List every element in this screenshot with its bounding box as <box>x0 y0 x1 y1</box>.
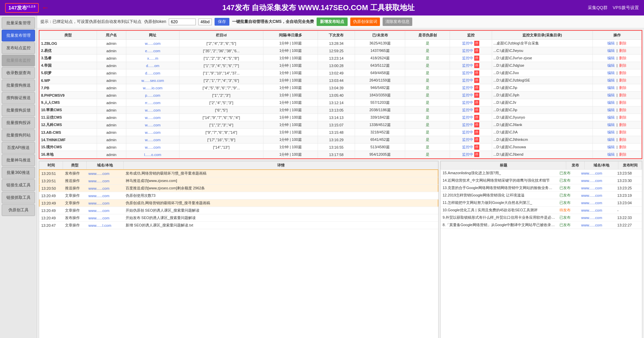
sidebar-btn-10[interactable]: 百度API推送 <box>2 142 35 154</box>
cell-next: 13:16:29 <box>318 136 355 144</box>
clear-button[interactable]: 清除发布信息 <box>383 18 412 26</box>
monitor-stop-btn[interactable]: 停 <box>474 145 479 150</box>
monitor-stop-btn[interactable]: 停 <box>474 56 479 61</box>
sidebar-btn-13[interactable]: 链接生成工具 <box>2 179 35 191</box>
cell-cid: ["1","3","4","5","6","7"] <box>180 62 263 69</box>
edit-link[interactable]: 编辑 <box>607 145 615 149</box>
delete-link[interactable]: 删除 <box>619 152 626 156</box>
delete-link[interactable]: 删除 <box>619 41 626 45</box>
sidebar-btn-7[interactable]: 批量搜狗反馈 <box>2 104 35 116</box>
delete-link[interactable]: 删除 <box>619 93 626 97</box>
sidebar-btn-4[interactable]: 收录数据查询 <box>2 67 35 79</box>
delete-link[interactable]: 删除 <box>619 86 626 90</box>
monitor-stop-btn[interactable]: 停 <box>474 78 479 83</box>
edit-link[interactable]: 编辑 <box>607 86 615 90</box>
monitor-link[interactable]: 监控中 <box>462 63 473 68</box>
monitor-stop-btn[interactable]: 停 <box>474 107 479 113</box>
monitor-stop-btn[interactable]: 停 <box>474 85 479 90</box>
delete-link[interactable]: 删除 <box>619 130 626 134</box>
sidebar-btn-15[interactable]: 伪原创工具 <box>2 204 35 216</box>
monitor-link[interactable]: 监控中 <box>462 41 473 46</box>
monitor-link[interactable]: 监控中 <box>462 48 473 53</box>
monitor-stop-btn[interactable]: 停 <box>474 41 479 46</box>
sidebar-btn-12[interactable]: 批量360推送 <box>2 167 35 179</box>
delete-link[interactable]: 删除 <box>619 137 626 142</box>
sidebar-btn-0[interactable]: 批量采集管理 <box>2 17 35 29</box>
monitor-link[interactable]: 监控中 <box>462 152 473 157</box>
edit-link[interactable]: 编辑 <box>607 56 615 60</box>
cell-ops: 编辑 | 删除 <box>592 84 641 92</box>
monitor-stop-btn[interactable]: 停 <box>474 130 479 135</box>
delete-link[interactable]: 删除 <box>619 78 626 82</box>
edit-link[interactable]: 编辑 <box>607 71 615 75</box>
edit-link[interactable]: 编辑 <box>607 93 615 97</box>
delete-link[interactable]: 删除 <box>619 108 626 112</box>
edit-link[interactable]: 编辑 <box>607 78 615 82</box>
sidebar-btn-11[interactable]: 批量神马推送 <box>2 154 35 166</box>
monitor-link[interactable]: 监控中 <box>462 122 473 127</box>
delete-link[interactable]: 删除 <box>619 63 626 67</box>
edit-link[interactable]: 编辑 <box>607 41 615 45</box>
monitor-link[interactable]: 监控中 <box>462 107 473 113</box>
edit-link[interactable]: 编辑 <box>607 123 615 127</box>
cell-next: 13:03:44 <box>318 77 355 84</box>
monitor-link[interactable]: 监控中 <box>462 145 473 150</box>
edit-link[interactable]: 编辑 <box>607 152 615 156</box>
pseudo-button[interactable]: 伪原创保留词 <box>350 18 380 26</box>
edit-link[interactable]: 编辑 <box>607 63 615 67</box>
edit-link[interactable]: 编辑 <box>607 137 615 142</box>
delete-link[interactable]: 删除 <box>619 100 626 104</box>
monitor-stop-btn[interactable]: 停 <box>474 93 479 98</box>
cell-dir: ...D:\桌面\CJ\p <box>492 106 592 114</box>
delete-link[interactable]: 删除 <box>619 123 626 127</box>
qq-group-link[interactable]: 采集QQ群 <box>588 5 608 11</box>
sidebar-btn-14[interactable]: 链接抓取工具 <box>2 192 35 204</box>
vps-setting-link[interactable]: VPS拨号设置 <box>613 5 639 11</box>
sidebar-btn-9[interactable]: 批量搜狗邦站 <box>2 129 35 141</box>
save-button[interactable]: 保存 <box>215 18 229 26</box>
new-site-button[interactable]: 新增发布站点 <box>317 18 348 26</box>
monitor-link[interactable]: 监控中 <box>462 56 473 61</box>
monitor-stop-btn[interactable]: 停 <box>474 152 479 157</box>
monitor-link[interactable]: 监控中 <box>462 93 473 98</box>
monitor-stop-btn[interactable]: 停 <box>474 137 479 142</box>
monitor-stop-btn[interactable]: 停 <box>474 48 479 53</box>
pub-domain: www......com <box>579 214 615 221</box>
header-logo: 147发布v1.2.5 ← <box>5 3 49 13</box>
token-input[interactable] <box>169 19 196 25</box>
monitor-stop-btn[interactable]: 停 <box>474 122 479 127</box>
monitor-stop-btn[interactable]: 停 <box>474 63 479 68</box>
cell-ops: 编辑 | 删除 <box>592 99 641 106</box>
cell-ops: 编辑 | 删除 <box>592 47 641 55</box>
edit-link[interactable]: 编辑 <box>607 100 615 104</box>
delete-link[interactable]: 删除 <box>619 56 626 60</box>
sidebar-btn-5[interactable]: 批量搜狗推送 <box>2 80 35 91</box>
sidebar-btn-6[interactable]: 搜狗验证推送 <box>2 92 35 104</box>
delete-link[interactable]: 删除 <box>619 145 626 149</box>
monitor-link[interactable]: 监控中 <box>462 137 473 142</box>
edit-link[interactable]: 编辑 <box>607 49 615 53</box>
monitor-link[interactable]: 监控中 <box>462 115 473 120</box>
sidebar-btn-1[interactable]: 批量发布管理 <box>2 30 35 41</box>
monitor-link[interactable]: 监控中 <box>462 78 473 83</box>
monitor-link[interactable]: 监控中 <box>462 130 473 135</box>
delete-link[interactable]: 删除 <box>619 49 626 53</box>
monitor-stop-btn[interactable]: 停 <box>474 70 479 75</box>
cell-user: admin <box>97 136 126 144</box>
monitor-stop-btn[interactable]: 停 <box>474 100 479 105</box>
monitor-stop-btn[interactable]: 停 <box>474 115 479 120</box>
delete-link[interactable]: 删除 <box>619 71 626 75</box>
edit-link[interactable]: 编辑 <box>607 115 615 119</box>
cell-count: 2640/1159篇 <box>355 77 405 84</box>
header: 147发布v1.2.5 ← 147发布 自动采集发布 WWW.147SEO.CO… <box>0 0 644 16</box>
sidebar-btn-2[interactable]: 发布站点监控 <box>2 42 35 54</box>
edit-link[interactable]: 编辑 <box>607 130 615 134</box>
number-input[interactable] <box>198 19 212 25</box>
monitor-link[interactable]: 监控中 <box>462 85 473 90</box>
delete-link[interactable]: 删除 <box>619 115 626 119</box>
cell-url: e......com <box>126 47 179 55</box>
edit-link[interactable]: 编辑 <box>607 108 615 112</box>
monitor-link[interactable]: 监控中 <box>462 100 473 105</box>
sidebar-btn-8[interactable]: 批量搜狗投诉 <box>2 117 35 129</box>
monitor-link[interactable]: 监控中 <box>462 70 473 75</box>
